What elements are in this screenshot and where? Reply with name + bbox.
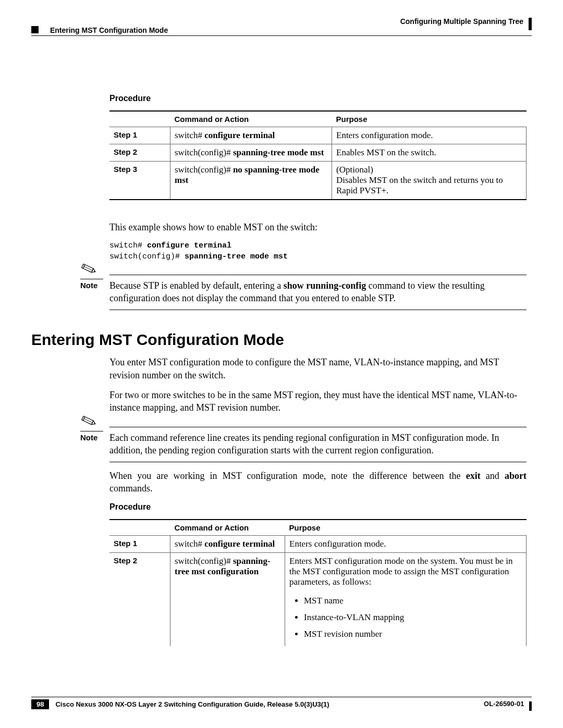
step-label: Step 2	[109, 144, 170, 162]
example-intro: This example shows how to enable MST on …	[109, 221, 527, 233]
command-cell: switch# configure terminal	[170, 127, 332, 144]
purpose-cell: Enters configuration mode.	[285, 535, 527, 552]
note-label: Note	[80, 433, 97, 442]
note-icon-underline	[80, 431, 103, 431]
note-pencil-icon	[80, 412, 98, 430]
header-rule	[31, 35, 532, 36]
step-label: Step 1	[109, 127, 170, 144]
note-pencil-icon	[80, 260, 98, 278]
footer-right: OL-26590-01	[484, 700, 532, 709]
step-label: Step 1	[109, 535, 170, 552]
body-paragraph: For two or more switches to be in the sa…	[109, 389, 527, 414]
footer-doc-id: OL-26590-01	[484, 700, 524, 708]
note-label: Note	[80, 281, 97, 290]
header-chapter-title: Configuring Multiple Spanning Tree	[400, 16, 532, 28]
command-cell: switch# configure terminal	[170, 535, 285, 552]
footer-bar-icon	[529, 701, 532, 711]
note-top-rule	[109, 275, 527, 275]
purpose-cell: Enters configuration mode.	[332, 127, 527, 144]
procedure-table-1: Command or Action Purpose Step 1 switch#…	[109, 110, 527, 200]
list-item: MST revision number	[304, 626, 522, 643]
command-cell: switch(config)# no spanning-tree mode ms…	[170, 162, 332, 200]
page-footer: 98 Cisco Nexus 3000 NX-OS Layer 2 Switch…	[31, 697, 532, 709]
header-square-icon	[31, 26, 39, 33]
footer-left: 98 Cisco Nexus 3000 NX-OS Layer 2 Switch…	[31, 699, 329, 709]
header-section-text: Entering MST Configuration Mode	[50, 26, 168, 34]
header-chapter-text: Configuring Multiple Spanning Tree	[400, 17, 523, 26]
note-top-rule	[109, 427, 527, 427]
procedure-heading-2: Procedure	[109, 502, 527, 512]
body-paragraph: You enter MST configuration mode to conf…	[109, 356, 527, 381]
purpose-cell: Enables MST on the switch.	[332, 144, 527, 162]
table-header-command: Command or Action	[170, 520, 285, 536]
procedure-heading-1: Procedure	[109, 94, 527, 103]
table-row: Step 2 switch(config)# spanning-tree mod…	[109, 144, 527, 162]
footer-rule	[31, 697, 532, 697]
page-number: 98	[31, 699, 49, 709]
command-cell: switch(config)# spanning-tree mode mst	[170, 144, 332, 162]
table-row: Step 3 switch(config)# no spanning-tree …	[109, 162, 527, 200]
table-header-blank	[109, 111, 170, 127]
list-item: Instance-to-VLAN mapping	[304, 609, 522, 626]
purpose-cell: (Optional) Disables MST on the switch an…	[332, 162, 527, 200]
table-header-purpose: Purpose	[332, 111, 527, 127]
command-cell: switch(config)# spanning-tree mst config…	[170, 552, 285, 646]
table-header-command: Command or Action	[170, 111, 332, 127]
footer-doc-title: Cisco Nexus 3000 NX-OS Layer 2 Switching…	[55, 700, 329, 708]
code-block: switch# configure terminal switch(config…	[109, 241, 527, 262]
note-icon-underline	[80, 279, 103, 279]
header-section-title: Entering MST Configuration Mode	[31, 26, 168, 34]
note-body: Because STP is enabled by default, enter…	[109, 279, 527, 311]
list-item: MST name	[304, 593, 522, 609]
header-bar-icon	[529, 18, 532, 30]
table-row: Step 1 switch# configure terminal Enters…	[109, 127, 527, 144]
table-row: Step 2 switch(config)# spanning-tree mst…	[109, 552, 527, 646]
page-header: Configuring Multiple Spanning Tree Enter…	[31, 16, 532, 36]
note-block-2: Note Each command reference line creates…	[109, 427, 527, 463]
section-heading: Entering MST Configuration Mode	[31, 331, 527, 349]
note-block-1: Note Because STP is enabled by default, …	[109, 275, 527, 311]
purpose-cell: Enters MST configuration mode on the sys…	[285, 552, 527, 646]
table-header-blank	[109, 520, 170, 536]
table-row: Step 1 switch# configure terminal Enters…	[109, 535, 527, 552]
note-body: Each command reference line creates its …	[109, 431, 527, 463]
body-paragraph: When you are working in MST configuratio…	[109, 470, 527, 495]
table-header-purpose: Purpose	[285, 520, 527, 536]
step-label: Step 3	[109, 162, 170, 200]
step-label: Step 2	[109, 552, 170, 646]
procedure-table-2: Command or Action Purpose Step 1 switch#…	[109, 519, 527, 646]
